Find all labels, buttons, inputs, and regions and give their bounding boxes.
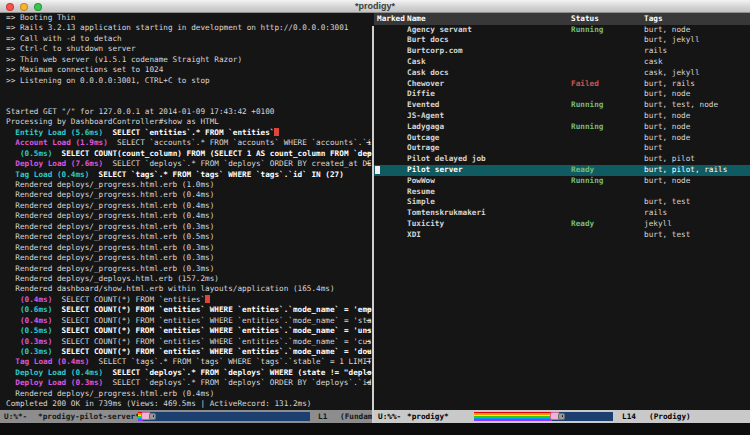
service-row[interactable]: TuxicityReadyjekyll bbox=[374, 219, 750, 230]
log-line: Tag Load (0.4ms) SELECT `tags`.* FROM `t… bbox=[6, 357, 372, 367]
modeline-major-mode[interactable]: (Prodigy) bbox=[649, 410, 691, 423]
service-row[interactable]: Burtcorp.comrails bbox=[374, 46, 750, 57]
log-text: => Ctrl-C to shutdown server bbox=[6, 44, 136, 53]
log-line bbox=[6, 86, 372, 96]
log-text: Rendered deploys/_progress.html.erb (0.3… bbox=[6, 264, 214, 273]
log-text: SELECT COUNT(*) FROM `entities` WHERE `e… bbox=[52, 347, 372, 356]
service-name: JS-Agent bbox=[407, 111, 444, 122]
service-name: Outcage bbox=[407, 133, 439, 144]
service-tags: burt, pilot bbox=[644, 154, 695, 165]
nyan-cat-icon bbox=[141, 411, 156, 422]
service-tags: burt, node bbox=[644, 122, 690, 133]
service-row[interactable]: ChewoverFailedburt, rails bbox=[374, 79, 750, 90]
log-text: SELECT COUNT(*) FROM `entities` WHERE `e… bbox=[52, 305, 372, 314]
service-name: PowWow bbox=[407, 176, 435, 187]
modeline-line-number: L1 bbox=[318, 410, 327, 423]
log-line: Started GET "/" for 127.0.0.1 at 2014-01… bbox=[6, 107, 372, 117]
log-text: Rendered deploys/_progress.html.erb (0.4… bbox=[6, 389, 214, 398]
log-text: Rendered deploys/_progress.html.erb (0.3… bbox=[6, 243, 214, 252]
log-text: SELECT `entities`.* FROM `entities` bbox=[103, 128, 274, 137]
log-line: (0.3ms) SELECT COUNT(*) FROM `entities` … bbox=[6, 337, 372, 347]
emacs-window: *prodigy* => Booting Thin=> Rails 3.2.13… bbox=[0, 0, 750, 435]
log-text: SELECT COUNT(*) FROM `entities` WHERE `e… bbox=[52, 316, 372, 325]
log-text: (0.4ms) bbox=[6, 295, 52, 304]
service-row[interactable]: Cask docscask, jekyll bbox=[374, 68, 750, 79]
service-name: Simple bbox=[407, 197, 435, 208]
log-line bbox=[6, 97, 372, 107]
log-text: Rendered deploys/_progress.html.erb (0.4… bbox=[6, 201, 214, 210]
log-text: Rendered deploys/_progress.html.erb (1.0… bbox=[6, 180, 214, 189]
modeline-left[interactable]: U:%*- *prodigy-pilot-server* L1 (Fundame… bbox=[0, 410, 372, 423]
service-row[interactable]: Pilot delayed jobburt, pilot bbox=[374, 154, 750, 165]
service-row[interactable]: Caskcask bbox=[374, 57, 750, 68]
log-text: Rendered deploys/_progress.html.erb (0.4… bbox=[6, 190, 214, 199]
service-row[interactable]: Pilot serverReadyburt, pilot, rails bbox=[374, 165, 750, 176]
modeline-major-mode[interactable]: (Fundamental) bbox=[340, 410, 372, 423]
log-text: Completed 200 OK in 739ms (Views: 469.5m… bbox=[6, 399, 311, 408]
log-line: Rendered deploys/_progress.html.erb (0.4… bbox=[6, 211, 372, 221]
log-line: Rendered deploys/_progress.html.erb (0.3… bbox=[6, 243, 372, 253]
echo-area[interactable] bbox=[0, 423, 750, 435]
service-row[interactable]: Simpleburt, test bbox=[374, 197, 750, 208]
red-block-cursor bbox=[205, 295, 210, 303]
log-text: SELECT `tags`.* FROM `tags` WHERE `tags`… bbox=[89, 357, 371, 366]
service-row[interactable]: Outrageburt bbox=[374, 143, 750, 154]
service-row[interactable]: Outcageburt, node bbox=[374, 133, 750, 144]
service-row[interactable]: PowWowRunningburt, node bbox=[374, 176, 750, 187]
window-divider[interactable] bbox=[372, 26, 374, 435]
log-line: Rendered deploys/_progress.html.erb (0.5… bbox=[6, 232, 372, 242]
service-tags: burt, node bbox=[644, 133, 690, 144]
log-text: Rendered deploys/_deploys.html.erb (157.… bbox=[6, 274, 219, 283]
service-row[interactable]: XDIburt, test bbox=[374, 230, 750, 241]
service-row[interactable]: EventedRunningburt, test, node bbox=[374, 100, 750, 111]
log-line: => Ctrl-C to shutdown server bbox=[6, 44, 372, 54]
log-line: Completed 200 OK in 739ms (Views: 469.5m… bbox=[6, 399, 372, 409]
prodigy-buffer-pane[interactable]: Marked Name Status Tags Agency servantRu… bbox=[374, 13, 750, 423]
nyan-cat-icon bbox=[550, 411, 565, 422]
log-line: Entity Load (5.6ms) SELECT `entities`.* … bbox=[6, 128, 372, 138]
log-text: (0.4ms) bbox=[6, 316, 52, 325]
log-text: Deploy Load (0.3ms) bbox=[6, 378, 103, 387]
log-text: SELECT COUNT(count_column) FROM (SELECT … bbox=[52, 149, 372, 158]
modeline-right[interactable]: U:%%- *prodigy* L14 (Prodigy) bbox=[374, 410, 750, 423]
service-row[interactable]: Tomtenskrukmakerirails bbox=[374, 208, 750, 219]
column-header-status: Status bbox=[571, 13, 599, 25]
service-row[interactable]: JS-Agentburt, node bbox=[374, 111, 750, 122]
service-status: Ready bbox=[571, 219, 594, 230]
log-line: (0.6ms) SELECT COUNT(*) FROM `entities` … bbox=[6, 305, 372, 315]
service-name: Chewover bbox=[407, 79, 444, 90]
service-row[interactable]: Resume bbox=[374, 187, 750, 198]
service-status: Ready bbox=[571, 165, 594, 176]
log-text: SELECT COUNT(*) FROM `entities` WHERE `e… bbox=[52, 326, 372, 335]
log-line: Rendered deploys/_progress.html.erb (0.3… bbox=[6, 222, 372, 232]
truncation-arrow-icon: → bbox=[366, 357, 371, 367]
log-line: => Booting Thin bbox=[6, 13, 372, 23]
modeline-buffer-name[interactable]: *prodigy-pilot-server* bbox=[38, 410, 140, 423]
service-tags: burt, test bbox=[644, 230, 690, 241]
log-line: Rendered dashboard/show.html.erb within … bbox=[6, 284, 372, 294]
column-header-name: Name bbox=[407, 13, 426, 25]
prodigy-list-header: Marked Name Status Tags bbox=[374, 13, 750, 25]
column-header-marked: Marked bbox=[377, 13, 405, 25]
service-status: Running bbox=[571, 176, 603, 187]
service-tags: burt, pilot, rails bbox=[644, 165, 727, 176]
service-row[interactable]: Agency servantRunningburt, node bbox=[374, 25, 750, 36]
modeline-buffer-name[interactable]: *prodigy* bbox=[407, 410, 449, 423]
log-buffer-pane[interactable]: => Booting Thin=> Rails 3.2.13 applicati… bbox=[0, 13, 372, 423]
service-row[interactable]: LadygagaRunningburt, node bbox=[374, 122, 750, 133]
log-line: (0.3ms) SELECT COUNT(*) FROM `entities` … bbox=[6, 347, 372, 357]
log-line: Deploy Load (7.6ms) SELECT `deploys`.* F… bbox=[6, 159, 372, 169]
log-text: (0.5ms) bbox=[6, 149, 52, 158]
service-row[interactable]: Burt docsburt, jekyll bbox=[374, 35, 750, 46]
service-name: Pilot server bbox=[407, 165, 463, 176]
service-row[interactable]: Diffieburt, node bbox=[374, 89, 750, 100]
log-line: (0.5ms) SELECT COUNT(count_column) FROM … bbox=[6, 149, 372, 159]
log-line: => Rails 3.2.13 application starting in … bbox=[6, 23, 372, 33]
service-name: Agency servant bbox=[407, 25, 472, 36]
log-text: Deploy Load (0.4ms) bbox=[6, 368, 103, 377]
truncation-arrow-icon: → bbox=[366, 149, 371, 159]
log-text: >> Thin web server (v1.5.1 codename Stra… bbox=[6, 55, 242, 64]
log-text: Tag Load (0.4ms) bbox=[6, 357, 89, 366]
service-status: Running bbox=[571, 100, 603, 111]
service-tags: cask bbox=[644, 57, 663, 68]
